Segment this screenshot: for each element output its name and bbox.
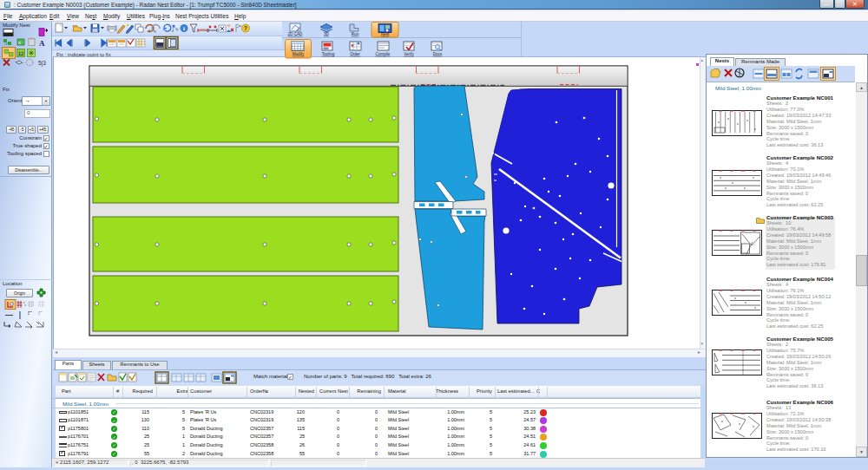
svg-text:A: A xyxy=(39,39,45,48)
svg-text:Order: Order xyxy=(350,52,360,56)
svg-text:Run: Run xyxy=(352,32,359,36)
svg-text:Tooling: Tooling xyxy=(322,52,335,56)
svg-text:Docs: Docs xyxy=(433,52,443,56)
svg-text:5|3: 5|3 xyxy=(38,60,46,67)
svg-text:2D CAD: 2D CAD xyxy=(288,32,304,36)
svg-text:Verify: Verify xyxy=(404,52,414,56)
svg-text:Modify: Modify xyxy=(293,52,305,56)
svg-text:12: 12 xyxy=(18,51,24,56)
svg-text:3D: 3D xyxy=(324,32,330,36)
svg-text:Compile: Compile xyxy=(376,52,391,56)
svg-text:?: ? xyxy=(244,25,247,31)
svg-text:i: i xyxy=(183,25,185,32)
